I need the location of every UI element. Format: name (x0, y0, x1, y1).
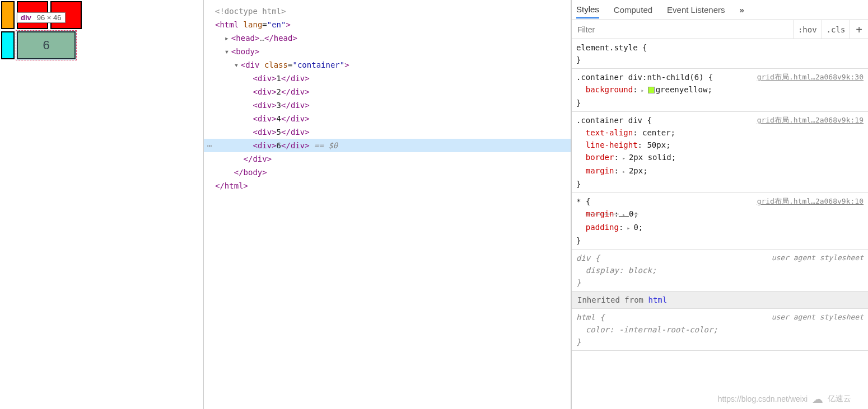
dom-child-2[interactable]: <div>2</div> (204, 85, 571, 98)
styles-panel: Styles Computed Event Listeners » :hov .… (571, 0, 868, 409)
tab-styles[interactable]: Styles (576, 1, 599, 18)
rule-container-div[interactable]: grid布局.html…2a068v9k:19 .container div {… (572, 112, 868, 193)
dom-container-open[interactable]: ▾<div class="container"> (204, 58, 571, 72)
overflow-icon[interactable]: ⋯ (207, 139, 212, 152)
inspect-tooltip: div 96 × 46 (17, 12, 66, 23)
css-rules-list[interactable]: element.style {} grid布局.html…2a068v9k:30… (572, 39, 868, 409)
tab-event-listeners[interactable]: Event Listeners (667, 2, 725, 18)
styles-filter-input[interactable] (572, 25, 793, 34)
rule-universal[interactable]: grid布局.html…2a068v9k:10 * { margin: ▸ 0;… (572, 193, 868, 250)
grid-container: 6 (0, 0, 90, 60)
hov-toggle[interactable]: :hov (793, 20, 822, 39)
dom-child-5[interactable]: <div>5</div> (204, 125, 571, 139)
source-link[interactable]: grid布局.html…2a068v9k:10 (757, 195, 864, 208)
elements-dom-tree[interactable]: <!doctype html> <html lang="en"> ▸<head>… (204, 0, 571, 409)
more-tabs-icon[interactable]: » (739, 5, 744, 15)
rule-html-ua[interactable]: user agent stylesheet html { color: -int… (572, 309, 868, 351)
tab-computed[interactable]: Computed (614, 2, 652, 18)
dom-child-4[interactable]: <div>4</div> (204, 112, 571, 125)
source-link[interactable]: grid布局.html…2a068v9k:30 (757, 71, 864, 83)
source-ua: user agent stylesheet (772, 252, 864, 264)
dom-html-close[interactable]: </html> (204, 179, 571, 192)
dom-child-1[interactable]: <div>1</div> (204, 72, 571, 85)
dom-container-close[interactable]: </div> (204, 152, 571, 166)
rendered-page-pane: 6 div 96 × 46 (0, 0, 204, 409)
source-ua: user agent stylesheet (772, 311, 864, 323)
dom-body-close[interactable]: </body> (204, 166, 571, 179)
dom-child-6-selected[interactable]: ⋯ <div>6</div> == $0 (204, 139, 571, 152)
dom-body-open[interactable]: ▾<body> (204, 45, 571, 58)
grid-cell-6: 6 (17, 31, 76, 59)
source-link[interactable]: grid布局.html…2a068v9k:19 (757, 114, 864, 126)
dom-child-3[interactable]: <div>3</div> (204, 98, 571, 112)
rule-div-ua[interactable]: user agent stylesheet div { display: blo… (572, 250, 868, 292)
grid-cell-5 (1, 31, 15, 59)
cls-toggle[interactable]: .cls (822, 20, 850, 39)
dom-doctype[interactable]: <!doctype html> (204, 4, 571, 18)
tooltip-tag: div (21, 13, 31, 22)
dom-head[interactable]: ▸<head>…</head> (204, 31, 571, 45)
dom-html-open[interactable]: <html lang="en"> (204, 18, 571, 31)
filter-bar: :hov .cls + (572, 20, 868, 39)
new-rule-button[interactable]: + (850, 20, 868, 39)
rule-element-style[interactable]: element.style {} (572, 39, 868, 69)
styles-tabs: Styles Computed Event Listeners » (572, 0, 868, 20)
grid-cell-1 (1, 1, 15, 29)
cell-6-text: 6 (43, 38, 49, 52)
tooltip-dimensions: 96 × 46 (37, 13, 62, 22)
color-swatch[interactable] (648, 87, 655, 93)
inherited-from-section: Inherited from html (572, 292, 868, 309)
rule-nth-child-6[interactable]: grid布局.html…2a068v9k:30 .container div:n… (572, 69, 868, 112)
